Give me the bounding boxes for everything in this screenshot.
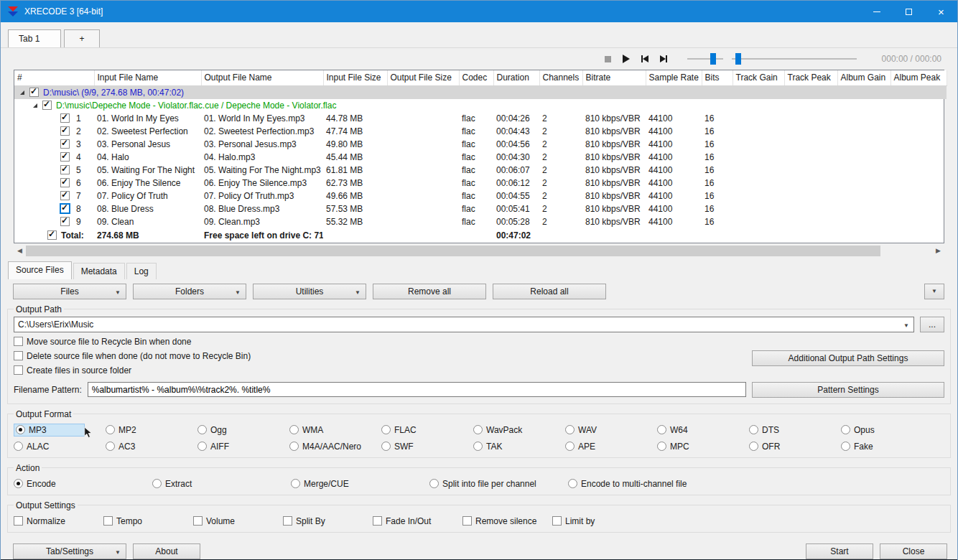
remove-silence-checkbox[interactable] [462,516,472,526]
action-merge-cue[interactable]: Merge/CUE [291,479,429,489]
scroll-left-icon[interactable]: ◀ [14,245,26,257]
folder-group-checkbox[interactable] [29,88,39,97]
encode-radio[interactable] [14,479,23,488]
table-row[interactable]: 3 03. Personal Jesus 03. Personal Jesus.… [14,138,947,151]
table-row[interactable]: 7 07. Policy Of Truth 07. Policy Of Trut… [14,190,947,202]
row-checkbox[interactable] [60,126,70,136]
tab-log[interactable]: Log [126,263,157,279]
normalize-checkbox[interactable] [14,516,23,526]
format-wav[interactable]: WAV [565,425,657,435]
source-folder-option[interactable]: Create files in source folder [14,365,944,375]
format-wma[interactable]: WMA [289,425,381,435]
row-checkbox[interactable] [60,204,70,213]
column-header[interactable]: Track Gain [733,70,784,85]
column-header[interactable]: Output File Name [201,70,323,85]
minimize-button[interactable] [860,1,893,22]
pattern-settings-button[interactable]: Pattern Settings [752,382,944,398]
format-m4a-aac-nero[interactable]: M4A/AAC/Nero [289,442,381,452]
total-checkbox[interactable] [47,230,57,240]
additional-output-path-settings-button[interactable]: Additional Output Path Settings [752,350,944,366]
close-app-button[interactable]: Close [880,543,947,559]
recycle-bin-checkbox[interactable] [14,337,23,346]
format-ofr[interactable]: OFR [749,442,841,452]
previous-button[interactable] [638,52,651,65]
column-header[interactable]: Input File Name [94,70,201,85]
table-row[interactable]: 8 08. Blue Dress 08. Blue Dress.mp3 57.5… [14,202,947,215]
format-fake[interactable]: Fake [841,442,944,452]
maximize-button[interactable] [893,1,925,22]
format-w64[interactable]: W64 [657,425,749,435]
setting-split-by[interactable]: Split By [283,516,373,526]
table-row[interactable]: 6 06. Enjoy The Silence 06. Enjoy The Si… [14,177,947,190]
action-encode[interactable]: Encode [14,479,152,489]
more-options-button[interactable]: ▼ [924,284,944,299]
action-multi-channel[interactable]: Encode to multi-channel file [568,479,707,489]
action-extract[interactable]: Extract [152,479,291,489]
limit-by-checkbox[interactable] [552,516,562,526]
column-header[interactable]: # [14,70,94,85]
remove-all-button[interactable]: Remove all [373,284,486,299]
scroll-right-icon[interactable]: ▶ [932,245,944,257]
column-header[interactable]: Bits [702,70,733,85]
cue-group-row[interactable]: D:\music\Depeche Mode - Violator.flac.cu… [14,99,947,112]
tab-metadata[interactable]: Metadata [73,263,125,279]
format-tak[interactable]: TAK [473,442,565,452]
column-header[interactable]: Input File Size [323,70,387,85]
tab-1[interactable]: Tab 1 [8,29,61,47]
seek-slider[interactable] [732,53,857,65]
files-button[interactable]: Files▼ [13,284,126,299]
column-header[interactable]: Channels [539,70,582,85]
volume-slider-thumb[interactable] [710,53,716,65]
column-header[interactable]: Track Peak [784,70,837,85]
row-checkbox[interactable] [60,191,70,200]
scrollbar-thumb[interactable] [26,246,880,256]
volume-slider[interactable] [687,53,723,65]
reload-all-button[interactable]: Reload all [493,284,606,299]
column-header[interactable]: Bitrate [582,70,646,85]
column-header[interactable]: Codec [459,70,493,85]
folder-group-row[interactable]: D:\music\ (9/9, 274.68 MB, 00:47:02) [14,85,947,99]
output-path-combo[interactable]: C:\Users\Erix\Music ▼ [14,317,914,332]
expand-arrow-icon[interactable] [19,89,26,96]
browse-button[interactable]: ... [920,317,944,332]
seek-slider-thumb[interactable] [735,53,741,65]
row-checkbox[interactable] [60,113,70,123]
format-mp2[interactable]: MP2 [106,425,197,435]
column-header[interactable]: Album Gain [837,70,890,85]
tempo-checkbox[interactable] [103,516,113,526]
play-button[interactable] [620,52,633,65]
format-ape[interactable]: APE [565,442,657,452]
format-alac[interactable]: ALAC [14,442,106,452]
format-dts[interactable]: DTS [749,425,841,435]
format-aiff[interactable]: AIFF [197,442,289,452]
horizontal-scrollbar[interactable]: ◀ ▶ [14,245,944,257]
volume-checkbox[interactable] [193,516,203,526]
next-button[interactable] [657,52,670,65]
split-by-checkbox[interactable] [283,516,292,526]
mp3-radio[interactable] [16,425,25,434]
column-header[interactable]: Duration [493,70,539,85]
setting-tempo[interactable]: Tempo [103,516,193,526]
format-ac3[interactable]: AC3 [106,442,197,452]
column-header[interactable]: Sample Rate [646,70,702,85]
tab-source-files[interactable]: Source Files [8,261,72,279]
delete-source-checkbox[interactable] [14,351,23,360]
setting-fade[interactable]: Fade In/Out [373,516,462,526]
format-ogg[interactable]: Ogg [197,425,289,435]
column-header[interactable]: Album Peak [890,70,947,85]
format-flac[interactable]: FLAC [381,425,473,435]
format-swf[interactable]: SWF [381,442,473,452]
setting-remove-silence[interactable]: Remove silence [462,516,552,526]
utilities-button[interactable]: Utilities▼ [253,284,366,299]
row-checkbox[interactable] [60,152,70,162]
action-split-per-channel[interactable]: Split into file per channel [429,479,568,489]
table-row[interactable]: 5 05. Waiting For The Night 05. Waiting … [14,164,947,177]
setting-normalize[interactable]: Normalize [14,516,103,526]
format-wavpack[interactable]: WavPack [473,425,565,435]
row-checkbox[interactable] [60,139,70,149]
recycle-bin-option[interactable]: Move source file to Recycle Bin when don… [14,337,944,347]
format-mpc[interactable]: MPC [657,442,749,452]
table-row[interactable]: 2 02. Sweetest Perfection 02. Sweetest P… [14,125,947,138]
table-row[interactable]: 4 04. Halo 04. Halo.mp3 45.44 MB flac 00… [14,151,947,164]
column-header[interactable]: Output File Size [387,70,459,85]
